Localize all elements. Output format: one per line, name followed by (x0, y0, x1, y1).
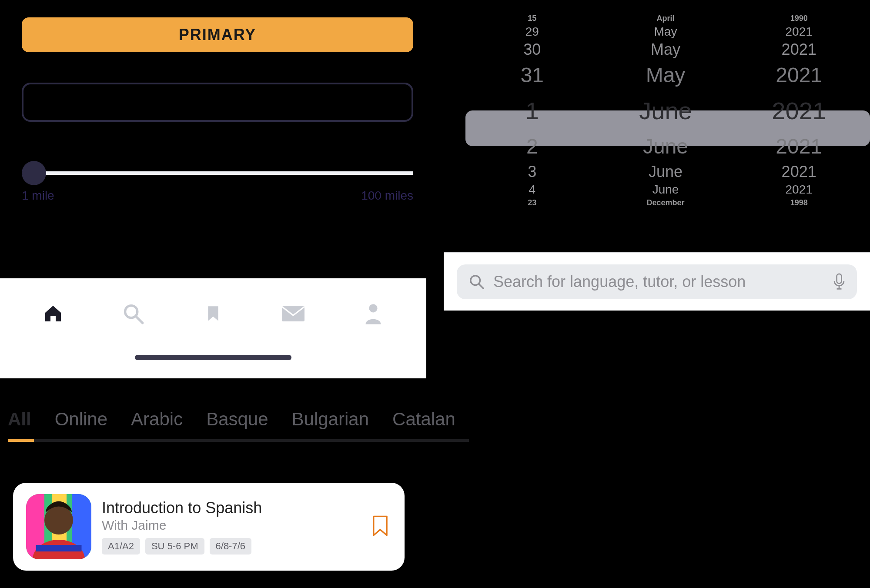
svg-point-3 (369, 304, 377, 312)
search-icon (122, 302, 144, 325)
date-picker-row[interactable]: 23December1998 (465, 197, 866, 208)
date-picker-day: 30 (465, 40, 599, 59)
text-input-outline[interactable] (22, 83, 413, 122)
search-placeholder: Search for language, tutor, or lesson (493, 273, 825, 291)
date-picker[interactable]: 15April199029May202130May202131May20211J… (465, 13, 866, 208)
date-picker-row[interactable]: 3June2021 (465, 162, 866, 182)
tab-all[interactable]: All (8, 409, 31, 430)
date-picker-day: 2 (465, 134, 599, 158)
date-picker-day: 4 (465, 183, 599, 197)
svg-rect-6 (837, 274, 842, 284)
svg-line-1 (137, 317, 143, 323)
distance-slider[interactable]: 1 mile 100 miles (22, 161, 413, 200)
date-picker-row[interactable]: 31May2021 (465, 60, 866, 90)
svg-point-15 (44, 506, 73, 535)
search-input[interactable]: Search for language, tutor, or lesson (457, 264, 857, 299)
date-picker-month: May (599, 25, 733, 39)
date-picker-day: 29 (465, 25, 599, 39)
date-picker-month: May (599, 40, 733, 59)
svg-rect-14 (36, 545, 82, 551)
tab-arabic[interactable]: Arabic (131, 409, 183, 430)
bookmark-icon (204, 303, 222, 324)
tabs-underline (8, 439, 469, 442)
date-picker-day: 31 (465, 63, 599, 87)
lesson-title: Introduction to Spanish (102, 499, 360, 517)
date-picker-month: June (599, 97, 733, 125)
slider-thumb[interactable] (22, 161, 46, 185)
tab-online[interactable]: Online (55, 409, 107, 430)
bookmark-outline-icon (371, 514, 390, 537)
date-picker-day: 23 (465, 198, 599, 207)
date-picker-month: June (599, 134, 733, 158)
date-picker-year: 2021 (732, 40, 866, 59)
date-picker-year: 2021 (732, 134, 866, 158)
date-picker-day: 3 (465, 163, 599, 181)
profile-icon (364, 302, 382, 325)
lesson-chip: SU 5-6 PM (145, 538, 204, 555)
tab-bulgarian[interactable]: Bulgarian (292, 409, 369, 430)
avatar (26, 494, 91, 559)
tab-basque[interactable]: Basque (206, 409, 268, 430)
lesson-chip: 6/8-7/6 (210, 538, 252, 555)
search-bar-container: Search for language, tutor, or lesson (444, 252, 870, 311)
nav-mail[interactable] (279, 300, 307, 327)
date-picker-year: 2021 (732, 183, 866, 197)
date-picker-month: April (599, 14, 733, 23)
lesson-card[interactable]: Introduction to Spanish With Jaime A1/A2… (13, 483, 405, 571)
date-picker-row[interactable]: 2June2021 (465, 131, 866, 162)
bottom-nav (0, 278, 426, 378)
slider-min-label: 1 mile (22, 189, 54, 203)
date-picker-row[interactable]: 1June2021 (465, 90, 866, 131)
slider-max-label: 100 miles (361, 189, 413, 203)
lesson-subtitle: With Jaime (102, 518, 360, 533)
lesson-chip: A1/A2 (102, 538, 140, 555)
date-picker-row[interactable]: 30May2021 (465, 40, 866, 60)
date-picker-day: 1 (465, 97, 599, 125)
nav-bookmark[interactable] (199, 300, 227, 327)
nav-search[interactable] (119, 300, 147, 327)
svg-rect-2 (282, 306, 304, 321)
date-picker-month: December (599, 198, 733, 207)
search-icon (468, 273, 485, 291)
date-picker-year: 2021 (732, 25, 866, 39)
primary-button-label: PRIMARY (179, 26, 257, 44)
nav-home[interactable] (39, 300, 67, 327)
home-indicator (135, 355, 291, 360)
language-tabs: AllOnlineArabicBasqueBulgarianCatalan (8, 409, 495, 442)
svg-point-4 (471, 276, 480, 285)
date-picker-month: June (599, 163, 733, 181)
date-picker-row[interactable]: 15April1990 (465, 13, 866, 24)
date-picker-year: 2021 (732, 163, 866, 181)
date-picker-year: 2021 (732, 97, 866, 125)
svg-point-0 (125, 306, 137, 318)
tab-catalan[interactable]: Catalan (392, 409, 455, 430)
svg-line-5 (479, 284, 483, 288)
date-picker-year: 1998 (732, 198, 866, 207)
date-picker-day: 15 (465, 14, 599, 23)
date-picker-row[interactable]: 29May2021 (465, 24, 866, 40)
home-icon (43, 303, 64, 324)
mail-icon (281, 305, 305, 322)
microphone-icon[interactable] (833, 273, 846, 291)
nav-profile[interactable] (359, 300, 387, 327)
date-picker-year: 2021 (732, 63, 866, 87)
date-picker-row[interactable]: 4June2021 (465, 182, 866, 197)
date-picker-month: June (599, 183, 733, 197)
date-picker-year: 1990 (732, 14, 866, 23)
primary-button[interactable]: PRIMARY (22, 17, 413, 52)
slider-track (22, 171, 413, 175)
bookmark-toggle[interactable] (371, 514, 392, 539)
date-picker-month: May (599, 63, 733, 87)
